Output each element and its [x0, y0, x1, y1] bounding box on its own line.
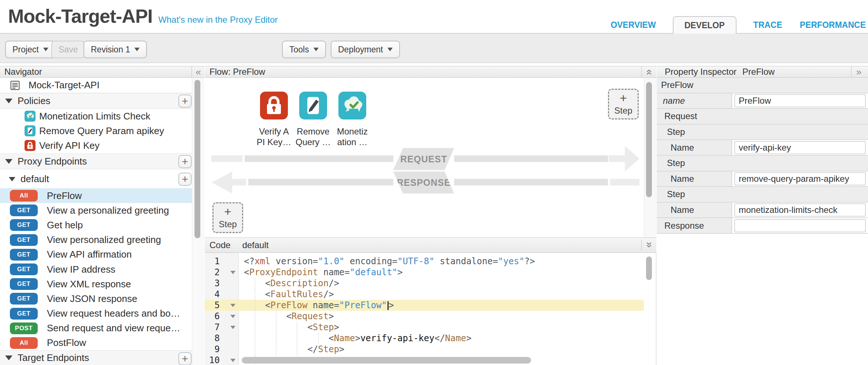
inspector-value-cell: remove-query-param-apikey: [732, 172, 868, 187]
tab-trace[interactable]: TRACE: [753, 16, 783, 34]
inspector-section-label: PreFlow: [657, 78, 868, 93]
code-line[interactable]: <?xml version="1.0" encoding="UTF-8" sta…: [205, 256, 644, 267]
policies-section-header[interactable]: Policies +: [0, 93, 192, 109]
policy-item[interactable]: Verify API Key: [0, 138, 192, 153]
flow-item-label: View XML response: [47, 279, 131, 290]
project-menu-label: Project: [12, 45, 39, 55]
navigator-scrollbar-track[interactable]: [192, 78, 204, 365]
collapse-right-icon[interactable]: »: [851, 66, 866, 77]
flow-panel-title: Flow: PreFlow: [209, 67, 265, 77]
tab-performance[interactable]: PERFORMANCE: [799, 16, 867, 34]
add-step-button-response[interactable]: + Step: [212, 202, 243, 233]
tools-menu-button[interactable]: Tools: [282, 41, 326, 58]
save-button[interactable]: Save: [51, 41, 85, 58]
inspector-section-label: Request: [657, 109, 868, 124]
code-token: Request: [292, 311, 329, 321]
proxy-endpoints-section-header[interactable]: Proxy Endpoints +: [0, 154, 192, 169]
inspector-value-input[interactable]: monetization-limits-check: [734, 203, 866, 217]
nav-root-item[interactable]: Mock-Target-API: [0, 78, 192, 93]
code-token: <: [265, 278, 270, 288]
code-token: </: [434, 333, 445, 343]
code-line[interactable]: <PreFlow name="PreFlow">: [205, 300, 644, 311]
flow-item[interactable]: POSTSend request and view reque…: [0, 321, 192, 336]
flow-policy-step[interactable]: RemoveQuery …: [299, 92, 327, 147]
flow-scrollbar-thumb[interactable]: [646, 82, 652, 197]
code-line[interactable]: <Step>: [205, 322, 644, 333]
flow-policy-label: Monetization …: [329, 126, 376, 147]
code-line[interactable]: <Description/>: [205, 278, 644, 289]
flow-item[interactable]: AllPostFlow: [0, 336, 192, 350]
inspector-value-input[interactable]: remove-query-param-apikey: [734, 172, 866, 185]
code-token: >: [397, 267, 403, 277]
request-arrowhead-icon: [625, 146, 639, 172]
collapse-up-icon[interactable]: [641, 66, 656, 77]
add-flow-button[interactable]: +: [178, 173, 192, 186]
policy-item[interactable]: Monetization Limits Check: [0, 109, 192, 123]
code-line[interactable]: <FaultRules/>: [205, 289, 644, 300]
add-step-button-request[interactable]: + Step: [608, 89, 639, 119]
navigator-scrollbar-thumb[interactable]: [194, 80, 200, 238]
revision-menu-button[interactable]: Revision 1: [84, 41, 147, 58]
code-token: name=: [318, 267, 350, 277]
flow-policy-step[interactable]: Monetization …: [338, 92, 366, 147]
flow-item[interactable]: AllPreFlow: [0, 188, 192, 203]
inspector-value-input[interactable]: verify-api-key: [734, 141, 866, 154]
add-policy-button[interactable]: +: [178, 95, 192, 108]
method-badge-get: GET: [10, 249, 38, 261]
request-band: [454, 155, 608, 162]
code-line[interactable]: <Name>verify-api-key</Name>: [205, 333, 644, 344]
chevron-down-icon: [134, 48, 140, 51]
policies-section-label: Policies: [18, 95, 51, 107]
step-label: Step: [614, 106, 632, 116]
flow-item[interactable]: GETView request headers and bo…: [0, 306, 192, 321]
inspector-value-input[interactable]: PreFlow: [734, 94, 866, 107]
code-token: <: [286, 311, 292, 321]
indent-guide: [265, 311, 286, 322]
deployment-menu-button[interactable]: Deployment: [331, 41, 400, 58]
method-badge-get: GET: [10, 293, 38, 305]
code-line[interactable]: <ProxyEndpoint name="default">: [205, 267, 644, 278]
code-token: "PreFlow": [339, 300, 387, 310]
tab-develop[interactable]: DEVELOP: [673, 16, 737, 34]
flow-item-label: View request headers and bo…: [47, 308, 180, 319]
property-inspector-panel: PreFlownamePreFlowRequestStepNameverify-…: [657, 78, 868, 365]
project-menu-button[interactable]: Project: [5, 41, 56, 58]
code-token: <: [307, 322, 312, 332]
property-inspector-title: Property Inspector: [665, 67, 737, 77]
flow-item[interactable]: GETView XML response: [0, 277, 192, 291]
collapse-down-icon[interactable]: [641, 240, 656, 251]
code-lines[interactable]: <?xml version="1.0" encoding="UTF-8" sta…: [205, 256, 644, 365]
flow-item[interactable]: GETView API affirmation: [0, 247, 192, 262]
code-token: >: [334, 322, 339, 332]
code-token: Name: [445, 333, 466, 343]
code-tab-default[interactable]: default: [242, 240, 268, 250]
toolbar: Project Save Revision 1 Tools Deployment…: [0, 34, 868, 63]
inspector-property-row: Response: [657, 218, 868, 234]
add-proxy-endpoint-button[interactable]: +: [178, 155, 192, 168]
proxy-endpoint-default-label: default: [21, 173, 49, 185]
code-token: >: [389, 300, 394, 310]
flow-item-label: Get help: [47, 220, 83, 231]
flow-item[interactable]: GETGet help: [0, 218, 192, 232]
code-horizontal-scrollbar-thumb[interactable]: [242, 357, 531, 364]
code-vertical-scrollbar-thumb[interactable]: [646, 257, 652, 280]
code-line[interactable]: <Request>: [205, 311, 644, 322]
flow-item[interactable]: GETView JSON response: [0, 291, 192, 306]
flow-item-label: View JSON response: [47, 293, 137, 305]
code-token: <: [265, 289, 270, 299]
flow-item[interactable]: GETView a personalized greeting: [0, 203, 192, 218]
flow-policy-step[interactable]: Verify API Key…: [260, 92, 288, 147]
target-endpoints-section-header[interactable]: Target Endpoints +: [0, 350, 192, 365]
code-line[interactable]: </Step>: [205, 344, 644, 355]
collapse-left-icon[interactable]: «: [192, 66, 205, 77]
proxy-endpoint-default-item[interactable]: default +: [0, 170, 192, 188]
policy-item[interactable]: Remove Query Param apikey: [0, 123, 192, 138]
inspector-value-input[interactable]: [734, 219, 866, 232]
whats-new-link[interactable]: What's new in the Proxy Editor: [158, 15, 278, 25]
code-token: "UTF-8": [397, 256, 434, 266]
flow-item[interactable]: GETView IP address: [0, 262, 192, 277]
method-badge-all: All: [10, 337, 38, 349]
add-target-endpoint-button[interactable]: +: [178, 352, 192, 365]
tab-overview[interactable]: OVERVIEW: [610, 16, 657, 34]
flow-item[interactable]: GETView personalized greeting: [0, 233, 192, 247]
